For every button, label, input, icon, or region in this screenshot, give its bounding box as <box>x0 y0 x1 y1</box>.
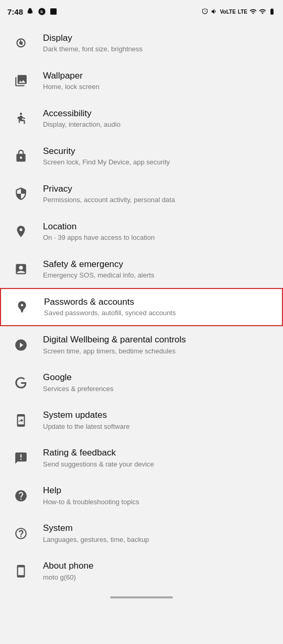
safety-text: Safety & emergency Emergency SOS, medica… <box>43 259 273 280</box>
svg-point-3 <box>19 41 23 45</box>
google-icon <box>10 372 31 393</box>
accessibility-text: Accessibility Display, interaction, audi… <box>43 108 273 129</box>
status-left: 7:48 S <box>7 7 58 16</box>
wallpaper-subtitle: Home, lock screen <box>43 83 273 92</box>
security-text: Security Screen lock, Find My Device, ap… <box>43 146 273 167</box>
help-subtitle: How-to & troubleshooting topics <box>43 498 273 507</box>
battery-icon <box>268 8 276 15</box>
settings-item-system[interactable]: System Languages, gestures, time, backup <box>0 515 283 552</box>
svg-text:S: S <box>40 9 43 14</box>
settings-item-safety[interactable]: Safety & emergency Emergency SOS, medica… <box>0 250 283 288</box>
settings-item-rating[interactable]: Rating & feedback Send suggestions & rat… <box>0 439 283 477</box>
privacy-title: Privacy <box>43 183 273 195</box>
privacy-text: Privacy Permissions, account activity, p… <box>43 183 273 205</box>
rating-subtitle: Send suggestions & rate your device <box>43 460 273 469</box>
google-text: Google Services & preferences <box>43 372 273 393</box>
aboutphone-icon <box>10 561 31 582</box>
digitalwellbeing-text: Digital Wellbeing & parental controls Sc… <box>43 334 273 356</box>
aboutphone-subtitle: moto g(60) <box>43 573 273 582</box>
alarm-icon <box>201 8 209 15</box>
aboutphone-title: About phone <box>43 560 273 572</box>
lte-label: VoLTE <box>220 9 236 15</box>
wallpaper-title: Wallpaper <box>43 70 273 82</box>
privacy-icon <box>10 183 31 204</box>
wifi-icon <box>259 8 266 15</box>
systemupdates-text: System updates Update to the latest soft… <box>43 409 273 431</box>
accessibility-title: Accessibility <box>43 108 273 119</box>
location-title: Location <box>43 221 273 232</box>
box-icon <box>49 7 58 16</box>
home-indicator <box>0 590 283 603</box>
passwords-text: Passwords & accounts Saved passwords, au… <box>44 296 271 318</box>
settings-item-google[interactable]: Google Services & preferences <box>0 364 283 402</box>
svg-point-4 <box>20 113 22 115</box>
passwords-icon <box>12 296 32 317</box>
security-icon <box>10 146 31 166</box>
system-icon <box>10 523 31 544</box>
systemupdates-icon <box>10 410 31 431</box>
help-icon <box>10 485 31 506</box>
settings-item-passwords[interactable]: Passwords & accounts Saved passwords, au… <box>0 288 283 326</box>
status-time: 7:48 <box>7 7 23 16</box>
safety-title: Safety & emergency <box>43 259 273 270</box>
location-text: Location On · 39 apps have access to loc… <box>43 221 273 242</box>
settings-list: Display Dark theme, font size, brightnes… <box>0 21 283 590</box>
safety-icon <box>10 259 31 280</box>
lte-label2: LTE <box>238 9 247 15</box>
settings-item-privacy[interactable]: Privacy Permissions, account activity, p… <box>0 175 283 213</box>
privacy-subtitle: Permissions, account activity, personal … <box>43 196 273 205</box>
status-bar: 7:48 S VoLTE LTE <box>0 0 283 21</box>
svg-rect-2 <box>50 8 57 15</box>
systemupdates-subtitle: Update to the latest software <box>43 423 273 431</box>
settings-item-accessibility[interactable]: Accessibility Display, interaction, audi… <box>0 99 283 137</box>
systemupdates-title: System updates <box>43 409 273 421</box>
volume-icon <box>211 8 218 15</box>
settings-item-digitalwellbeing[interactable]: Digital Wellbeing & parental controls Sc… <box>0 326 283 364</box>
system-text: System Languages, gestures, time, backup <box>43 523 273 544</box>
display-title: Display <box>43 32 273 44</box>
help-text: Help How-to & troubleshooting topics <box>43 485 273 506</box>
location-icon <box>10 221 31 242</box>
digitalwellbeing-icon <box>10 335 31 356</box>
rating-text: Rating & feedback Send suggestions & rat… <box>43 447 273 469</box>
settings-item-location[interactable]: Location On · 39 apps have access to loc… <box>0 213 283 250</box>
display-text: Display Dark theme, font size, brightnes… <box>43 32 273 54</box>
status-right: VoLTE LTE <box>201 8 276 15</box>
display-subtitle: Dark theme, font size, brightness <box>43 45 273 54</box>
shazam-icon: S <box>38 7 46 16</box>
digitalwellbeing-title: Digital Wellbeing & parental controls <box>43 334 273 346</box>
settings-item-help[interactable]: Help How-to & troubleshooting topics <box>0 477 283 515</box>
settings-item-aboutphone[interactable]: About phone moto g(60) <box>0 552 283 590</box>
system-subtitle: Languages, gestures, time, backup <box>43 536 273 545</box>
snapchat-icon <box>26 7 35 16</box>
digitalwellbeing-subtitle: Screen time, app timers, bedtime schedul… <box>43 347 273 356</box>
wallpaper-icon <box>10 70 31 91</box>
wallpaper-text: Wallpaper Home, lock screen <box>43 70 273 92</box>
location-subtitle: On · 39 apps have access to location <box>43 234 273 242</box>
rating-title: Rating & feedback <box>43 447 273 459</box>
system-title: System <box>43 523 273 534</box>
display-icon <box>10 32 31 53</box>
help-title: Help <box>43 485 273 496</box>
google-subtitle: Services & preferences <box>43 385 273 394</box>
security-title: Security <box>43 146 273 157</box>
settings-item-display[interactable]: Display Dark theme, font size, brightnes… <box>0 24 283 62</box>
settings-item-security[interactable]: Security Screen lock, Find My Device, ap… <box>0 137 283 175</box>
security-subtitle: Screen lock, Find My Device, app securit… <box>43 158 273 167</box>
safety-subtitle: Emergency SOS, medical info, alerts <box>43 271 273 280</box>
passwords-subtitle: Saved passwords, autofill, synced accoun… <box>44 309 271 318</box>
passwords-title: Passwords & accounts <box>44 296 271 308</box>
signal-icon <box>249 8 257 15</box>
google-title: Google <box>43 372 273 383</box>
accessibility-subtitle: Display, interaction, audio <box>43 120 273 129</box>
rating-icon <box>10 448 31 469</box>
aboutphone-text: About phone moto g(60) <box>43 560 273 582</box>
accessibility-icon <box>10 108 31 129</box>
settings-item-systemupdates[interactable]: System updates Update to the latest soft… <box>0 402 283 439</box>
settings-item-wallpaper[interactable]: Wallpaper Home, lock screen <box>0 62 283 99</box>
home-bar <box>110 596 173 598</box>
